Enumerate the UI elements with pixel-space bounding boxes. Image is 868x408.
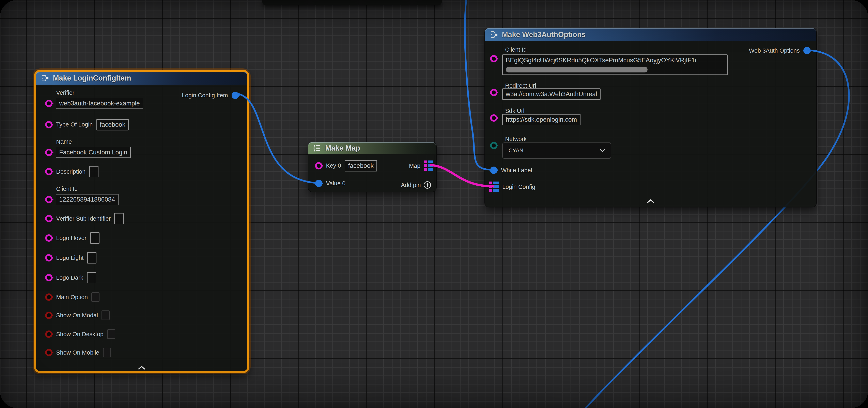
wire-loginconfigitem-to-value0[interactable] bbox=[237, 94, 316, 183]
wire-web3authoptions-out-start[interactable] bbox=[807, 50, 849, 95]
wire-layer-over bbox=[0, 0, 868, 408]
wire-map-to-loginconfig[interactable] bbox=[430, 165, 494, 186]
wire-top-to-whitelabel[interactable] bbox=[465, 0, 493, 170]
blueprint-canvas[interactable]: Make LoginConfigItem Login Config Item V… bbox=[0, 0, 868, 408]
